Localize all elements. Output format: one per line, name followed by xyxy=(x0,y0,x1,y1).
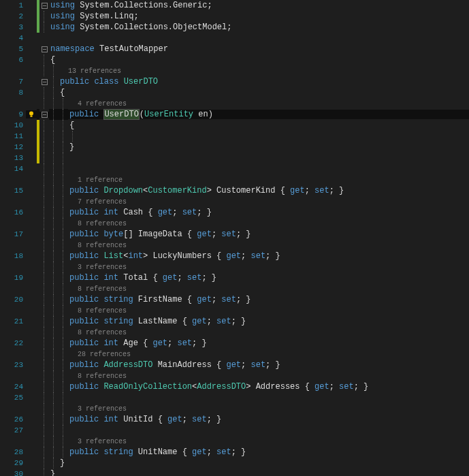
code-text[interactable]: public ReadOnlyCollection<AddressDTO> Ad… xyxy=(68,382,469,392)
code-text[interactable]: public AddressDTO MainAddress { get; set… xyxy=(68,360,469,370)
code-line[interactable]: 5 namespace TestAutoMapper xyxy=(0,44,469,54)
codelens[interactable]: . 8 references xyxy=(0,240,469,251)
code-line[interactable]: 29 } xyxy=(0,458,469,469)
code-text[interactable]: using System.Collections.ObjectModel; xyxy=(49,22,469,32)
codelens[interactable]: . 8 references xyxy=(0,218,469,229)
code-line[interactable]: 24 public ReadOnlyCollection<AddressDTO>… xyxy=(0,381,469,392)
code-text[interactable]: public int UnitId { get; set; } xyxy=(68,415,469,424)
codelens[interactable]: . 13 references xyxy=(0,65,469,76)
code-line[interactable]: 14 xyxy=(0,163,469,174)
codelens[interactable]: . 8 references xyxy=(0,305,469,316)
codelens[interactable]: . 3 references xyxy=(0,403,469,414)
svg-point-0 xyxy=(29,112,33,116)
fold-toggle[interactable] xyxy=(39,79,49,85)
code-line[interactable]: 4 xyxy=(0,33,469,44)
code-text[interactable]: { xyxy=(49,55,469,65)
codelens-text[interactable]: 13 references xyxy=(59,67,469,75)
lightbulb-icon[interactable] xyxy=(26,110,37,118)
line-number: 28 xyxy=(0,448,26,456)
code-line[interactable]: 25 xyxy=(0,392,469,403)
codelens[interactable]: . 8 references xyxy=(0,370,469,381)
codelens[interactable]: . 4 references xyxy=(0,98,469,109)
code-text[interactable]: public int Age { get; set; } xyxy=(68,338,469,348)
codelens-text[interactable]: 3 references xyxy=(68,405,469,413)
codelens-text[interactable]: 8 references xyxy=(68,307,469,315)
code-line[interactable]: 23 public AddressDTO MainAddress { get; … xyxy=(0,360,469,370)
code-line[interactable]: 13 xyxy=(0,153,469,163)
line-number: 4 xyxy=(0,34,26,42)
code-line[interactable]: 15 public Dropdown<CustomerKind> Custome… xyxy=(0,185,469,196)
codelens-text[interactable]: 8 references xyxy=(68,242,469,249)
code-line[interactable]: 30 } xyxy=(0,469,469,476)
code-line[interactable]: 10 { xyxy=(0,120,469,131)
codelens-text[interactable]: 7 references xyxy=(68,198,469,206)
line-number: 1 xyxy=(0,1,26,10)
line-number: 30 xyxy=(0,470,26,476)
code-text[interactable]: { xyxy=(68,121,469,130)
codelens[interactable]: . 8 references xyxy=(0,327,469,338)
line-number: 7 xyxy=(0,78,26,86)
code-line[interactable]: 1 using System.Collections.Generic; xyxy=(0,0,469,11)
code-text[interactable]: using System.Linq; xyxy=(49,12,469,21)
code-line-active[interactable]: 9 public UserDTO(UserEntity en) xyxy=(0,109,469,120)
code-line[interactable]: 20 public string FirstName { get; set; } xyxy=(0,294,469,305)
code-text[interactable]: public byte[] ImageData { get; set; } xyxy=(68,229,469,239)
line-number: 19 xyxy=(0,274,26,282)
code-line[interactable]: 18 public List<int> LuckyNumbers { get; … xyxy=(0,251,469,261)
line-number: 2 xyxy=(0,12,26,20)
code-line[interactable]: 26 public int UnitId { get; set; } xyxy=(0,414,469,425)
code-line[interactable]: 22 public int Age { get; set; } xyxy=(0,338,469,349)
line-number: 23 xyxy=(0,361,26,369)
fold-toggle[interactable] xyxy=(39,46,49,52)
code-text[interactable]: } xyxy=(49,469,469,476)
code-text[interactable]: public List<int> LuckyNumbers { get; set… xyxy=(68,251,469,261)
code-text[interactable]: namespace TestAutoMapper xyxy=(49,44,469,54)
code-text[interactable]: } xyxy=(59,458,469,468)
codelens[interactable]: . 3 references xyxy=(0,261,469,272)
line-number: 8 xyxy=(0,89,26,97)
code-text[interactable]: using System.Collections.Generic; xyxy=(49,1,469,10)
code-text[interactable]: } xyxy=(68,142,469,152)
codelens-text[interactable]: 3 references xyxy=(68,438,469,445)
code-text[interactable]: public string LastName { get; set; } xyxy=(68,317,469,326)
fold-toggle[interactable] xyxy=(39,112,49,118)
code-text[interactable]: { xyxy=(59,88,469,97)
code-line[interactable]: 8 { xyxy=(0,87,469,98)
code-line[interactable]: 12 } xyxy=(0,142,469,153)
code-text[interactable]: public UserDTO(UserEntity en) xyxy=(68,110,469,119)
code-line[interactable]: 16 public int Cash { get; set; } xyxy=(0,207,469,218)
svg-rect-1 xyxy=(31,116,33,117)
codelens-text[interactable]: 8 references xyxy=(68,220,469,227)
code-line[interactable]: 28 public string UnitName { get; set; } xyxy=(0,447,469,458)
code-line[interactable]: 27 xyxy=(0,425,469,436)
codelens-text[interactable]: 28 references xyxy=(68,351,469,358)
code-line[interactable]: 11 xyxy=(0,131,469,142)
code-line[interactable]: 6 { xyxy=(0,54,469,65)
code-line[interactable]: 19 public int Total { get; set; } xyxy=(0,272,469,283)
codelens[interactable]: . 28 references xyxy=(0,349,469,360)
codelens[interactable]: . 3 references xyxy=(0,436,469,447)
code-text[interactable]: public class UserDTO xyxy=(59,77,469,86)
codelens-text[interactable]: 3 references xyxy=(68,264,469,271)
code-line[interactable]: 3 using System.Collections.ObjectModel; xyxy=(0,22,469,33)
fold-toggle[interactable] xyxy=(39,3,49,9)
code-line[interactable]: 7 public class UserDTO xyxy=(0,76,469,87)
code-line[interactable]: 21 public string LastName { get; set; } xyxy=(0,316,469,327)
codelens-text[interactable]: 8 references xyxy=(68,285,469,293)
codelens[interactable]: . 1 reference xyxy=(0,174,469,185)
codelens-text[interactable]: 8 references xyxy=(68,372,469,380)
line-number: 9 xyxy=(0,110,26,118)
codelens-text[interactable]: 4 references xyxy=(68,100,469,108)
codelens[interactable]: . 8 references xyxy=(0,283,469,294)
code-text[interactable]: public Dropdown<CustomerKind> CustomerKi… xyxy=(68,186,469,195)
code-text[interactable]: public int Cash { get; set; } xyxy=(68,208,469,217)
codelens-text[interactable]: 1 reference xyxy=(68,176,469,184)
codelens-text[interactable]: 8 references xyxy=(68,329,469,336)
code-text[interactable]: public string FirstName { get; set; } xyxy=(68,295,469,304)
code-text[interactable]: public int Total { get; set; } xyxy=(68,273,469,283)
code-line[interactable]: 17 public byte[] ImageData { get; set; } xyxy=(0,229,469,240)
code-line[interactable]: 2 using System.Linq; xyxy=(0,11,469,22)
code-text[interactable]: public string UnitName { get; set; } xyxy=(68,447,469,457)
code-editor[interactable]: 1 using System.Collections.Generic; 2 us… xyxy=(0,0,469,476)
codelens[interactable]: . 7 references xyxy=(0,196,469,207)
